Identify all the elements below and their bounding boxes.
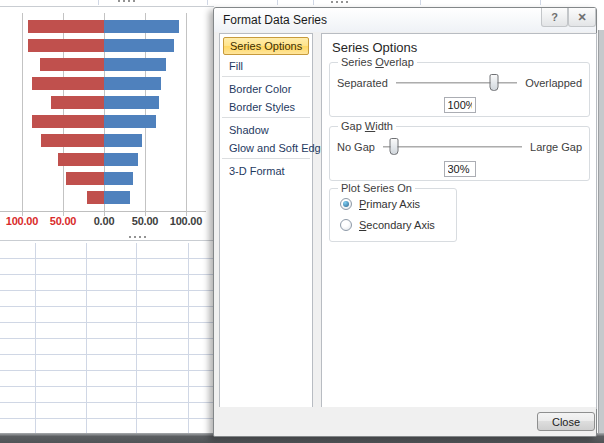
format-data-series-dialog: Format Data Series ? ✕ Series Options Fi… (213, 7, 597, 437)
bar-left-4[interactable] (32, 77, 104, 90)
bar-left-3[interactable] (40, 58, 104, 71)
radio-icon (340, 198, 352, 210)
screen: 100.0050.000.0050.00100.00 Format Data S… (0, 0, 604, 443)
help-glyph: ? (551, 11, 558, 23)
nav-item-shadow[interactable]: Shadow (223, 122, 309, 139)
nav-item-border-color[interactable]: Border Color (223, 81, 309, 98)
dialog-nav-panel: Series Options Fill Border Color Border … (219, 33, 313, 409)
nav-separator (222, 158, 310, 159)
bar-left-1[interactable] (28, 20, 104, 33)
dialog-titlebar[interactable]: Format Data Series (214, 8, 596, 32)
close-icon[interactable]: ✕ (568, 8, 596, 27)
chart-selection-handle-top-right[interactable] (331, 1, 348, 3)
x-axis-line (0, 211, 206, 212)
bar-left-6[interactable] (32, 115, 104, 128)
chart-gridline (22, 13, 23, 216)
chart-area[interactable]: 100.0050.000.0050.00100.00 (0, 6, 214, 241)
x-axis-tick-label: 0.00 (82, 215, 126, 227)
spreadsheet-grid[interactable] (0, 243, 214, 433)
radio-icon (340, 219, 352, 231)
primary-axis-label: Primary Axis (359, 198, 420, 210)
bar-left-5[interactable] (51, 96, 104, 109)
no-gap-label: No Gap (337, 141, 375, 153)
content-heading: Series Options (332, 40, 417, 55)
bar-left-10[interactable] (87, 191, 104, 204)
series-overlap-group: Series Overlap Separated Overlapped (329, 62, 590, 117)
secondary-axis-label: Secondary Axis (359, 219, 435, 231)
bar-left-7[interactable] (41, 134, 104, 147)
series-overlap-value-input[interactable] (444, 97, 476, 113)
bar-left-9[interactable] (66, 172, 104, 185)
window-edge (598, 30, 604, 433)
bar-right-8[interactable] (104, 153, 138, 166)
gap-width-slider[interactable] (383, 146, 522, 148)
overlapped-label: Overlapped (525, 77, 582, 89)
nav-separator (222, 117, 310, 118)
nav-item-border-styles[interactable]: Border Styles (223, 99, 309, 116)
gap-width-label: Gap Width (338, 120, 396, 132)
bar-right-3[interactable] (104, 58, 166, 71)
dialog-content-panel: Series Options Series Overlap Separated … (321, 33, 597, 409)
gap-width-group: Gap Width No Gap Large Gap (329, 126, 590, 181)
nav-item-series-options[interactable]: Series Options (223, 37, 309, 55)
x-axis-tick-label: 50.00 (123, 215, 167, 227)
large-gap-label: Large Gap (530, 141, 582, 153)
bar-right-5[interactable] (104, 96, 159, 109)
x-axis-tick-label: 50.00 (41, 215, 85, 227)
series-overlap-slider-thumb[interactable] (490, 74, 499, 91)
bar-left-2[interactable] (28, 39, 104, 52)
gap-width-value-input[interactable] (444, 161, 476, 177)
series-overlap-label: Series Overlap (338, 56, 417, 68)
nav-item-3d-format[interactable]: 3-D Format (223, 163, 309, 180)
bar-left-8[interactable] (58, 153, 104, 166)
chart-gridline (186, 13, 187, 216)
bar-right-6[interactable] (104, 115, 156, 128)
bar-right-1[interactable] (104, 20, 179, 33)
primary-axis-radio[interactable]: Primary Axis (340, 198, 456, 210)
nav-separator (222, 76, 310, 77)
bar-right-9[interactable] (104, 172, 133, 185)
chart-selection-handle-top-center[interactable] (118, 0, 135, 2)
gap-width-slider-thumb[interactable] (390, 138, 399, 155)
nav-item-glow-and-soft-edges[interactable]: Glow and Soft Edges (223, 140, 309, 157)
dialog-footer: Close (214, 407, 596, 436)
plot-series-on-label: Plot Series On (338, 182, 415, 194)
bar-right-2[interactable] (104, 39, 174, 52)
dialog-title: Format Data Series (223, 8, 327, 32)
bar-right-7[interactable] (104, 134, 142, 147)
bar-right-10[interactable] (104, 191, 130, 204)
close-glyph: ✕ (577, 11, 586, 24)
x-axis-tick-label: 100.00 (0, 215, 44, 227)
close-button[interactable]: Close (537, 412, 595, 431)
nav-item-fill[interactable]: Fill (223, 58, 309, 75)
x-axis-tick-label: 100.00 (164, 215, 208, 227)
bar-right-4[interactable] (104, 77, 161, 90)
secondary-axis-radio[interactable]: Secondary Axis (340, 219, 456, 231)
help-icon[interactable]: ? (541, 8, 568, 27)
plot-series-on-group: Plot Series On Primary Axis Secondary Ax… (329, 188, 457, 242)
series-overlap-slider[interactable] (396, 82, 517, 84)
chart-selection-handle-bottom-center[interactable] (129, 236, 146, 238)
separated-label: Separated (337, 77, 388, 89)
